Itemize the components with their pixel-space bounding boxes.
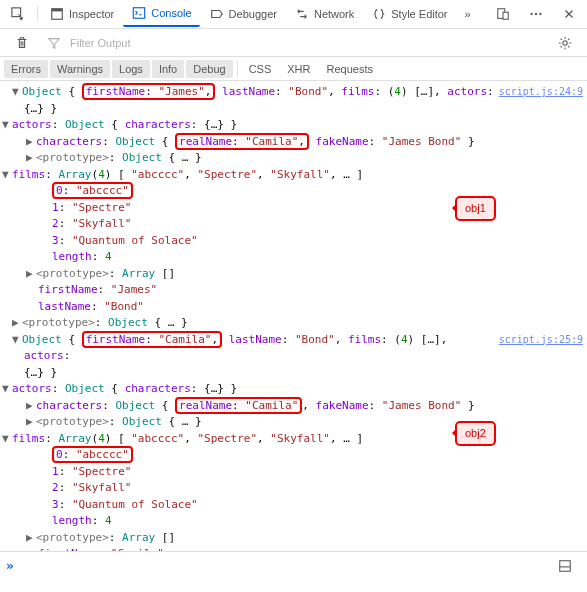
svg-rect-2	[52, 9, 63, 12]
tree-row[interactable]: 2: "Skyfall"	[0, 480, 587, 497]
tree-row[interactable]: length: 4	[0, 249, 587, 266]
console-input[interactable]	[22, 559, 541, 572]
tree-row[interactable]: ▶<prototype>: Object { … }	[0, 414, 587, 431]
tree-row[interactable]: 1: "Spectre"	[0, 200, 587, 217]
category-bar: Errors Warnings Logs Info Debug CSS XHR …	[0, 57, 587, 81]
tree-row[interactable]: 0: "abcccc"	[0, 447, 587, 464]
source-location-link[interactable]: script.js:24:9	[499, 84, 583, 101]
network-label: Network	[314, 8, 354, 20]
disclosure-triangle[interactable]: ▼	[2, 431, 12, 448]
debugger-tab[interactable]: Debugger	[201, 2, 285, 26]
cat-errors[interactable]: Errors	[4, 60, 48, 78]
tree-row[interactable]: 2: "Skyfall"	[0, 216, 587, 233]
log-continuation: {…} }	[0, 101, 587, 118]
cat-logs[interactable]: Logs	[112, 60, 150, 78]
network-icon	[294, 6, 310, 22]
highlight-box: firstName: "Camila",	[82, 331, 222, 348]
disclosure-triangle[interactable]: ▶	[12, 315, 22, 332]
disclosure-triangle[interactable]: ▶	[26, 150, 36, 167]
responsive-mode-button[interactable]	[487, 2, 519, 26]
log-continuation: {…} }	[0, 365, 587, 382]
pick-element-icon	[10, 6, 26, 22]
disclosure-triangle[interactable]: ▶	[26, 134, 36, 151]
annotation-callout: obj1	[455, 196, 496, 221]
disclosure-triangle[interactable]: ▶	[26, 266, 36, 283]
more-tools-button[interactable]: »	[457, 4, 479, 24]
settings-button[interactable]	[549, 31, 581, 55]
tree-row[interactable]: 3: "Quantum of Solace"	[0, 497, 587, 514]
tree-row[interactable]: length: 4	[0, 513, 587, 530]
tree-row[interactable]: firstName: "Camila"	[0, 546, 587, 551]
cat-info[interactable]: Info	[152, 60, 184, 78]
inspector-tab[interactable]: Inspector	[41, 2, 122, 26]
tree-row[interactable]: firstName: "James"	[0, 282, 587, 299]
filter-input[interactable]	[70, 37, 541, 49]
filter-bar	[0, 29, 587, 57]
tree-row[interactable]: ▼actors: Object { characters: {…} }	[0, 381, 587, 398]
log-entry[interactable]: ▼Object { firstName: "Camila", lastName:…	[0, 332, 587, 365]
tree-row[interactable]: ▶<prototype>: Object { … }	[0, 315, 587, 332]
trash-icon	[14, 35, 30, 51]
log-entry[interactable]: ▼Object { firstName: "James", lastName: …	[0, 84, 587, 101]
cat-xhr[interactable]: XHR	[280, 60, 317, 78]
tree-row[interactable]: ▶characters: Object { realName: "Camila"…	[0, 398, 587, 415]
tree-row[interactable]: 3: "Quantum of Solace"	[0, 233, 587, 250]
debugger-label: Debugger	[229, 8, 277, 20]
disclosure-triangle[interactable]: ▼	[12, 84, 22, 101]
tree-row[interactable]: 0: "abcccc"	[0, 183, 587, 200]
network-tab[interactable]: Network	[286, 2, 362, 26]
console-output[interactable]: ▼Object { firstName: "James", lastName: …	[0, 81, 587, 551]
pick-element-button[interactable]	[2, 2, 34, 26]
tree-row[interactable]: ▼films: Array(4) [ "abcccc", "Spectre", …	[0, 431, 587, 448]
debugger-icon	[209, 6, 225, 22]
svg-rect-3	[134, 8, 145, 19]
tree-row[interactable]: lastName: "Bond"	[0, 299, 587, 316]
disclosure-triangle[interactable]: ▼	[2, 167, 12, 184]
inspector-label: Inspector	[69, 8, 114, 20]
tree-row[interactable]: ▶<prototype>: Array []	[0, 266, 587, 283]
clear-console-button[interactable]	[6, 31, 38, 55]
disclosure-triangle[interactable]: ▼	[12, 332, 22, 349]
disclosure-triangle[interactable]: ▶	[26, 414, 36, 431]
gear-icon	[557, 35, 573, 51]
split-console-button[interactable]	[549, 554, 581, 578]
style-editor-tab[interactable]: Style Editor	[363, 2, 455, 26]
console-icon	[131, 5, 147, 21]
close-icon	[561, 6, 577, 22]
style-editor-label: Style Editor	[391, 8, 447, 20]
highlight-box: realName: "Camila"	[175, 397, 302, 414]
highlight-box: 0: "abcccc"	[52, 182, 133, 199]
chevron-right-icon: »	[465, 8, 471, 20]
style-editor-icon	[371, 6, 387, 22]
disclosure-triangle[interactable]: ▶	[26, 530, 36, 547]
highlight-box: realName: "Camila",	[175, 133, 309, 150]
tree-row[interactable]: ▶characters: Object { realName: "Camila"…	[0, 134, 587, 151]
svg-rect-5	[503, 12, 508, 19]
kebab-menu-button[interactable]	[520, 2, 552, 26]
cat-debug[interactable]: Debug	[186, 60, 232, 78]
kebab-icon	[528, 6, 544, 22]
source-location-link[interactable]: script.js:25:9	[499, 332, 583, 365]
tree-row[interactable]: ▶<prototype>: Array []	[0, 530, 587, 547]
cat-warnings[interactable]: Warnings	[50, 60, 110, 78]
console-input-row: »	[0, 551, 587, 579]
tree-row[interactable]: ▼actors: Object { characters: {…} }	[0, 117, 587, 134]
tree-row[interactable]: ▼films: Array(4) [ "abcccc", "Spectre", …	[0, 167, 587, 184]
cat-css[interactable]: CSS	[242, 60, 279, 78]
svg-rect-10	[560, 560, 571, 571]
disclosure-triangle[interactable]: ▼	[2, 381, 12, 398]
console-tab[interactable]: Console	[123, 1, 199, 27]
svg-point-7	[535, 13, 537, 15]
disclosure-triangle[interactable]: ▶	[26, 398, 36, 415]
inspector-icon	[49, 6, 65, 22]
tree-row[interactable]: ▶<prototype>: Object { … }	[0, 150, 587, 167]
close-devtools-button[interactable]	[553, 2, 585, 26]
svg-point-9	[563, 40, 567, 44]
prompt-icon: »	[6, 558, 14, 573]
console-label: Console	[151, 7, 191, 19]
devtools-toolbar: Inspector Console Debugger Network Style…	[0, 0, 587, 29]
cat-requests[interactable]: Requests	[320, 60, 380, 78]
disclosure-triangle[interactable]: ▼	[2, 117, 12, 134]
svg-point-8	[539, 13, 541, 15]
tree-row[interactable]: 1: "Spectre"	[0, 464, 587, 481]
